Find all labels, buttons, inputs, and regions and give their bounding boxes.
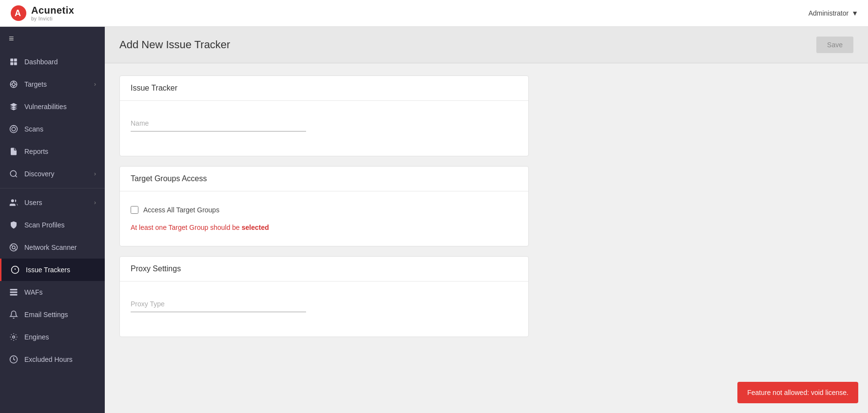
sidebar-item-scan-profiles-label: Scan Profiles [24, 221, 64, 229]
sidebar-item-wafs-label: WAFs [24, 288, 43, 296]
sidebar-item-discovery[interactable]: Discovery › [0, 163, 105, 185]
user-label: Administrator [809, 9, 849, 17]
issue-trackers-icon [10, 265, 20, 275]
wafs-icon [9, 287, 19, 297]
sidebar-item-users[interactable]: Users › [0, 191, 105, 214]
sidebar-item-wafs[interactable]: WAFs [0, 281, 105, 303]
sidebar-item-network-scanner-label: Network Scanner [24, 244, 77, 251]
issue-tracker-card: Issue Tracker [119, 75, 529, 156]
sidebar-item-vulnerabilities[interactable]: Vulnerabilities [0, 95, 105, 118]
app-header: A Acunetix by Invicti Administrator ▼ [0, 0, 868, 27]
sidebar-divider-1 [0, 188, 105, 188]
issue-tracker-card-body [120, 101, 528, 156]
svg-point-13 [12, 127, 16, 131]
targets-chevron: › [94, 81, 96, 88]
sidebar-item-email-settings-label: Email Settings [24, 311, 68, 319]
svg-rect-25 [10, 289, 18, 290]
proxy-settings-card-header: Proxy Settings [120, 257, 528, 282]
sidebar-item-network-scanner[interactable]: Network Scanner [0, 236, 105, 259]
svg-rect-3 [14, 58, 17, 61]
proxy-settings-card: Proxy Settings [119, 256, 529, 337]
sidebar-item-engines-label: Engines [24, 333, 49, 341]
sidebar: ≡ Dashboard Targets › Vulnerabilities [0, 27, 105, 413]
reports-icon [9, 147, 19, 156]
toast-message: Feature not allowed: void license. [747, 389, 849, 396]
svg-point-19 [12, 246, 15, 249]
name-input[interactable] [131, 115, 306, 131]
main-layout: ≡ Dashboard Targets › Vulnerabilities [0, 27, 868, 413]
sidebar-item-scan-profiles[interactable]: Scan Profiles [0, 214, 105, 236]
sidebar-item-email-settings[interactable]: Email Settings [0, 303, 105, 326]
sidebar-item-scans[interactable]: Scans [0, 118, 105, 140]
sidebar-item-discovery-label: Discovery [24, 170, 54, 178]
logo-name: Acunetix [31, 5, 74, 16]
target-groups-card-body: Access All Target Groups At least one Ta… [120, 191, 528, 246]
sidebar-item-vulnerabilities-label: Vulnerabilities [24, 103, 67, 111]
content-area: Issue Tracker Target Groups Access Acces… [105, 63, 543, 359]
svg-text:A: A [15, 8, 21, 18]
discovery-icon [9, 169, 19, 179]
sidebar-item-dashboard[interactable]: Dashboard [0, 51, 105, 73]
dashboard-icon [9, 57, 19, 67]
sidebar-item-engines[interactable]: Engines [0, 326, 105, 348]
page-title: Add New Issue Tracker [119, 38, 230, 51]
save-button[interactable]: Save [816, 37, 853, 53]
logo-icon: A [10, 4, 27, 22]
sidebar-item-excluded-hours-label: Excluded Hours [24, 356, 73, 363]
svg-line-21 [15, 249, 16, 250]
sidebar-item-targets[interactable]: Targets › [0, 73, 105, 95]
user-dropdown-icon: ▼ [851, 9, 858, 17]
sidebar-item-issue-trackers-label: Issue Trackers [26, 266, 70, 274]
name-form-group [131, 115, 518, 131]
validation-message: At least one Target Group should be sele… [131, 224, 518, 231]
sidebar-toggle[interactable]: ≡ [0, 27, 105, 51]
svg-rect-5 [14, 62, 17, 65]
svg-rect-26 [10, 292, 18, 293]
scan-profiles-icon [9, 220, 19, 230]
target-groups-card-header: Target Groups Access [120, 167, 528, 191]
access-all-groups-checkbox[interactable] [131, 206, 138, 214]
sidebar-item-excluded-hours[interactable]: Excluded Hours [0, 348, 105, 371]
proxy-type-input[interactable] [131, 296, 306, 312]
issue-tracker-card-header: Issue Tracker [120, 76, 528, 101]
toast-notification: Feature not allowed: void license. [737, 382, 858, 403]
logo: A Acunetix by Invicti [10, 4, 74, 22]
proxy-settings-card-body [120, 282, 528, 337]
svg-rect-2 [10, 58, 13, 61]
sidebar-item-dashboard-label: Dashboard [24, 58, 58, 66]
validation-text: At least one Target Group should be [131, 224, 242, 231]
sidebar-item-targets-label: Targets [24, 80, 47, 88]
svg-line-20 [11, 245, 12, 246]
logo-byline: by Invicti [31, 16, 74, 21]
targets-icon [9, 79, 19, 89]
sidebar-item-users-label: Users [24, 199, 42, 206]
svg-point-12 [10, 126, 18, 133]
user-menu[interactable]: Administrator ▼ [809, 9, 858, 17]
svg-point-15 [10, 170, 16, 176]
sidebar-item-scans-label: Scans [24, 125, 43, 133]
access-all-groups-text: Access All Target Groups [143, 206, 219, 214]
users-icon [9, 198, 19, 207]
discovery-chevron: › [94, 170, 96, 177]
email-settings-icon [9, 310, 19, 319]
svg-line-16 [15, 175, 17, 177]
svg-rect-27 [10, 294, 18, 296]
svg-point-7 [12, 83, 15, 86]
proxy-type-form-group [131, 296, 518, 312]
sidebar-item-reports-label: Reports [24, 148, 48, 155]
users-chevron: › [94, 199, 96, 206]
vulnerabilities-icon [9, 102, 19, 112]
svg-point-28 [13, 336, 15, 338]
excluded-hours-icon [9, 355, 19, 364]
sidebar-item-issue-trackers[interactable]: Issue Trackers [0, 259, 105, 281]
network-scanner-icon [9, 243, 19, 252]
main-content: Add New Issue Tracker Save Issue Tracker… [105, 27, 868, 413]
engines-icon [9, 332, 19, 342]
access-all-groups-label[interactable]: Access All Target Groups [131, 206, 518, 214]
page-header: Add New Issue Tracker Save [105, 27, 868, 63]
svg-rect-4 [10, 62, 13, 65]
sidebar-item-reports[interactable]: Reports [0, 140, 105, 163]
svg-point-17 [11, 199, 14, 202]
target-groups-card: Target Groups Access Access All Target G… [119, 166, 529, 246]
validation-bold: selected [242, 224, 269, 231]
